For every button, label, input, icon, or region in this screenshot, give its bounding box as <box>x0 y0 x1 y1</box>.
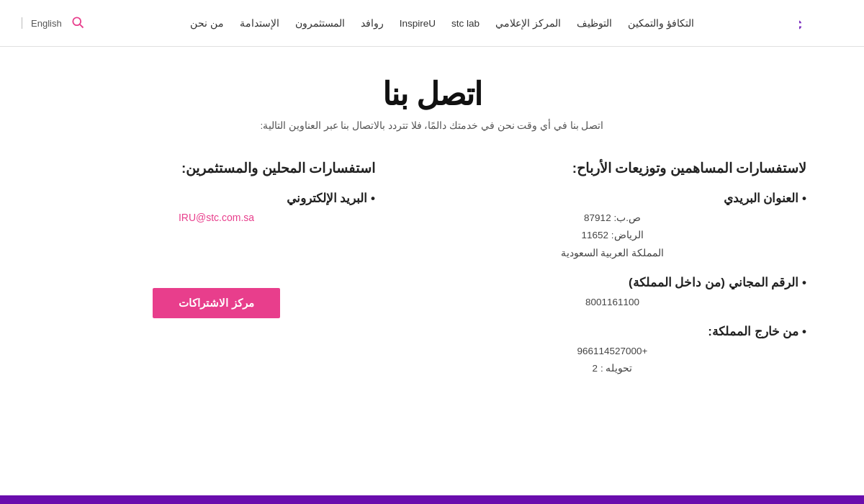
language-switcher[interactable]: English <box>31 18 62 29</box>
email-link[interactable]: IRU@stc.com.sa <box>58 212 375 223</box>
navbar-left: English <box>22 15 85 32</box>
nav-item-sustainability[interactable]: الإستدامة <box>240 17 279 29</box>
svg-text:stc: stc <box>799 14 802 33</box>
outside-kingdom-detail: +966114527000 تحويله : 2 <box>418 343 806 378</box>
tollfree-detail: 8001161100 <box>418 294 806 311</box>
local-investors-column: استفسارات المحلين والمستثمرين: البريد ال… <box>58 160 375 391</box>
postal-address-title: العنوان البريدي <box>418 191 806 206</box>
outside-kingdom-item: من خارج المملكة: +966114527000 تحويله : … <box>418 324 806 378</box>
shareholders-column: لاستفسارات المساهمين وتوزيعات الأرباح: ا… <box>418 160 806 391</box>
nav-item-about[interactable]: من نحن <box>190 17 224 29</box>
subscriptions-button[interactable]: مركز الاشتراكات <box>153 288 279 318</box>
tollfree-title: الرقم المجاني (من داخل المملكة) <box>418 275 806 290</box>
nav-item-equality[interactable]: التكافؤ والتمكين <box>628 17 694 29</box>
postal-address-item: العنوان البريدي ص.ب: 87912 الرياض: 11652… <box>418 191 806 262</box>
navbar: stc التكافؤ والتمكين التوظيف المركز الإع… <box>0 0 864 47</box>
nav-item-employment[interactable]: التوظيف <box>577 17 612 29</box>
postal-address-detail: ص.ب: 87912 الرياض: 11652 المملكة العربية… <box>418 210 806 262</box>
tollfree-item: الرقم المجاني (من داخل المملكة) 80011611… <box>418 275 806 311</box>
page-title: اتصل بنا <box>58 76 806 112</box>
search-button[interactable] <box>71 15 85 32</box>
page-subtitle: اتصل بنا في أي وقت نحن في خدمتك دالمًا، … <box>58 120 806 131</box>
main-content: اتصل بنا اتصل بنا في أي وقت نحن في خدمتك… <box>36 47 828 434</box>
nav-item-investors[interactable]: المستثمرون <box>295 17 345 29</box>
svg-line-2 <box>80 24 84 27</box>
nav-item-inspireu[interactable]: InspireU <box>400 18 436 29</box>
outside-kingdom-title: من خارج المملكة: <box>418 324 806 339</box>
shareholders-heading: لاستفسارات المساهمين وتوزيعات الأرباح: <box>418 160 806 176</box>
nav-menu: التكافؤ والتمكين التوظيف المركز الإعلامي… <box>190 17 694 29</box>
nav-item-media[interactable]: المركز الإعلامي <box>495 17 561 29</box>
svg-point-1 <box>73 17 81 25</box>
logo[interactable]: stc <box>799 9 842 37</box>
email-label: البريد الإلكتروني <box>58 191 375 206</box>
nav-item-rawafed[interactable]: روافد <box>361 17 384 29</box>
local-heading: استفسارات المحلين والمستثمرين: <box>58 160 375 176</box>
nav-divider <box>22 17 22 29</box>
nav-item-stclab[interactable]: stc lab <box>451 18 480 29</box>
contact-columns: لاستفسارات المساهمين وتوزيعات الأرباح: ا… <box>58 160 806 391</box>
